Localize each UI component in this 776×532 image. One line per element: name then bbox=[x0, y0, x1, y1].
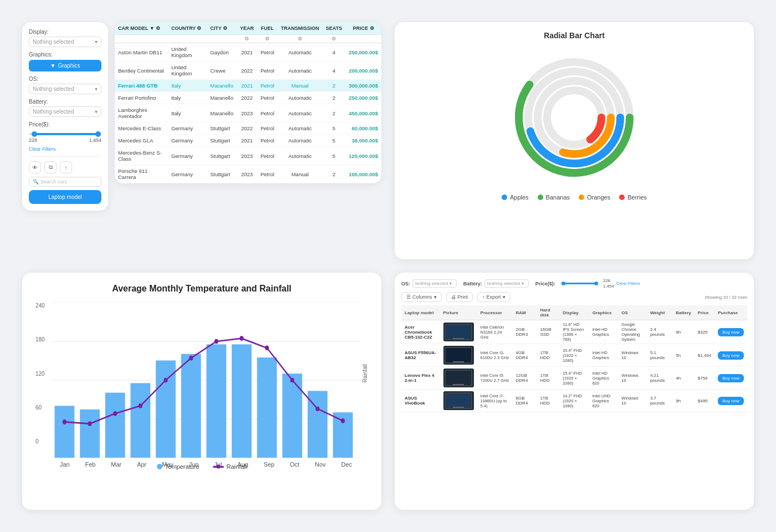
cell-year: 2022 bbox=[237, 122, 257, 135]
display-select[interactable]: Nothing selected ▾ bbox=[29, 37, 101, 47]
laptop-cell-display: 15.4" FHD (1920 × 1080) bbox=[559, 367, 589, 390]
laptop-table-scroll[interactable]: Laptop model Picture Processor RAM Hard … bbox=[401, 305, 747, 412]
laptop-battery-select[interactable]: Nothing selected ▾ bbox=[484, 279, 529, 288]
laptop-price-thumb-right[interactable] bbox=[594, 282, 598, 285]
laptop-cell-model: ASUS VivoBook bbox=[401, 390, 440, 412]
cell-transmission: Automatic bbox=[278, 43, 323, 62]
cell-fuel: Petrol bbox=[257, 104, 278, 122]
legend-dot-berries bbox=[619, 195, 625, 200]
buy-now-btn[interactable]: Buy now bbox=[718, 374, 744, 382]
page-container: Display: Nothing selected ▾ Graphics: ▼ … bbox=[22, 22, 754, 510]
os-select[interactable]: Nothing selected ▾ bbox=[29, 84, 101, 94]
laptop-header-row: Laptop model Picture Processor RAM Hard … bbox=[401, 305, 747, 320]
cell-city: Stuttgart bbox=[207, 135, 237, 147]
y-label-60: 60 bbox=[35, 405, 50, 411]
legend-dot-bananas bbox=[538, 195, 543, 200]
clear-filters-btn[interactable]: Clear Filters bbox=[29, 146, 101, 152]
copy-icon[interactable]: ⧉ bbox=[44, 161, 57, 173]
os-label: OS: bbox=[29, 76, 101, 82]
laptop-cell-processor: Intel Core i7-10880U (up to 5.4) bbox=[477, 390, 513, 412]
columns-icon: ☰ bbox=[406, 294, 411, 300]
laptop-table-card: OS: Nothing selected ▾ Battery: Nothing … bbox=[395, 273, 754, 510]
cell-country: Italy bbox=[168, 92, 207, 104]
columns-btn[interactable]: ☰ Columns ▾ bbox=[401, 292, 442, 302]
battery-filter-group: Battery: Nothing selected ▾ bbox=[463, 279, 529, 288]
buy-now-btn[interactable]: Buy now bbox=[718, 397, 744, 405]
cell-model: Bentley Continental bbox=[115, 62, 168, 80]
chart-legend: Apples Bananas Oranges Berries bbox=[502, 194, 647, 201]
export-btn[interactable]: ↑ Export ▾ bbox=[477, 292, 510, 302]
laptop-cell-model: Acer Chromebook CB5-132-C2Z bbox=[401, 320, 440, 344]
buy-now-btn[interactable]: Buy now bbox=[718, 351, 744, 360]
eye-icon[interactable]: 👁 bbox=[29, 161, 41, 173]
laptop-price-thumb-left[interactable] bbox=[561, 282, 565, 285]
laptop-os-label: OS: bbox=[401, 281, 410, 287]
gear-icon-2[interactable]: ⚙ bbox=[197, 25, 201, 31]
chevron-down-icon: ▾ bbox=[95, 39, 98, 45]
laptop-battery-label: Battery: bbox=[463, 281, 482, 287]
laptop-model-btn[interactable]: Laptop model bbox=[29, 190, 101, 204]
battery-select[interactable]: Nothing selected ▾ bbox=[29, 106, 101, 117]
laptop-cell-model: Lenovo Flex 4 2-in-1 bbox=[401, 367, 440, 390]
laptop-price-track[interactable] bbox=[560, 283, 599, 284]
laptop-cell-hdd: 16GB SSD bbox=[537, 320, 559, 344]
cell-city: Gaydon bbox=[207, 43, 237, 62]
col-price: Price bbox=[695, 305, 714, 320]
gear-icon-3[interactable]: ⚙ bbox=[223, 25, 227, 31]
cell-price: 250,000.00$ bbox=[345, 92, 381, 104]
cell-transmission: Manual bbox=[278, 80, 323, 92]
laptop-cell-picture bbox=[440, 390, 477, 412]
search-bar[interactable]: 🔍 Search cars bbox=[29, 177, 101, 187]
table-header-row: CAR MODEL ▼ ⚙ COUNTRY ⚙ CITY ⚙ YEAR FUEL… bbox=[115, 22, 381, 35]
laptop-table-inner: OS: Nothing selected ▾ Battery: Nothing … bbox=[395, 273, 754, 510]
laptop-cell-model: ASUS F556UA-AB32 bbox=[401, 344, 440, 367]
laptop-os-select[interactable]: Nothing selected ▾ bbox=[412, 279, 457, 288]
y-label-120: 120 bbox=[35, 371, 50, 377]
cell-price: 450,000.00$ bbox=[345, 104, 381, 122]
price-max: 1,454 bbox=[89, 137, 101, 143]
laptop-clear-filters[interactable]: Clear Filters bbox=[616, 281, 640, 286]
cell-year: 2023 bbox=[237, 104, 257, 122]
col-price: PRICE ⚙ bbox=[345, 22, 381, 35]
legend-label-berries: Berries bbox=[627, 194, 647, 201]
upload-icon[interactable]: ↑ bbox=[60, 161, 72, 173]
laptop-filter-row: OS: Nothing selected ▾ Battery: Nothing … bbox=[401, 278, 747, 289]
laptop-cell-os: Windows 10 bbox=[618, 367, 647, 390]
graphics-button[interactable]: ▼ Graphics bbox=[29, 60, 101, 71]
laptop-cell-purchase: Buy now bbox=[714, 390, 747, 412]
cell-fuel: Petrol bbox=[257, 147, 278, 165]
cell-price: 38,000.00$ bbox=[345, 135, 381, 147]
car-table-body: Aston Martin DB11 United Kingdom Gaydon … bbox=[115, 43, 381, 183]
cell-city: Maranello bbox=[207, 92, 237, 104]
laptop-cell-processor: Intel Core i3-6100U 2.3 GHz bbox=[477, 344, 513, 367]
laptop-cell-weight: 2.4 pounds bbox=[647, 320, 672, 344]
price-values: 228 1,454 bbox=[29, 137, 101, 143]
legend-label-bananas: Bananas bbox=[546, 194, 570, 201]
dot-aug bbox=[239, 336, 243, 341]
table-row: Bentley Continental United Kingdom Crewe… bbox=[115, 62, 381, 80]
cell-seats: 4 bbox=[323, 43, 345, 62]
cell-year: 2021 bbox=[237, 135, 257, 147]
bar-apr bbox=[130, 383, 150, 458]
gear-icon[interactable]: ⚙ bbox=[156, 25, 160, 31]
price-thumb-left[interactable] bbox=[32, 131, 37, 137]
list-item: Lenovo Flex 4 2-in-1 Intel Core i5-7200U… bbox=[401, 367, 747, 390]
y-axis-right: Rainfall bbox=[360, 303, 368, 458]
buy-now-btn[interactable]: Buy now bbox=[718, 328, 744, 336]
cell-price: 60,000.00$ bbox=[345, 122, 381, 135]
cell-country: Germany bbox=[168, 147, 207, 165]
filter-actions: 👁 ⧉ ↑ bbox=[29, 161, 101, 173]
price-thumb-right[interactable] bbox=[95, 131, 101, 137]
print-icon: 🖨 bbox=[451, 294, 456, 300]
battery-select-placeholder: Nothing selected bbox=[487, 281, 520, 286]
cell-seats: 5 bbox=[323, 147, 345, 165]
laptop-data-table: Laptop model Picture Processor RAM Hard … bbox=[401, 305, 747, 412]
price-track[interactable] bbox=[29, 133, 101, 135]
cell-model: Aston Martin DB11 bbox=[115, 43, 168, 62]
print-btn[interactable]: 🖨 Print bbox=[446, 292, 473, 302]
col-city: CITY ⚙ bbox=[207, 22, 237, 35]
cell-model: Ferrari Portofino bbox=[115, 92, 168, 104]
legend-berries: Berries bbox=[619, 194, 647, 201]
gear-icon-4[interactable]: ⚙ bbox=[370, 25, 374, 31]
laptop-cell-processor: Intel Celeron N3160 2.24 GHz bbox=[477, 320, 513, 344]
